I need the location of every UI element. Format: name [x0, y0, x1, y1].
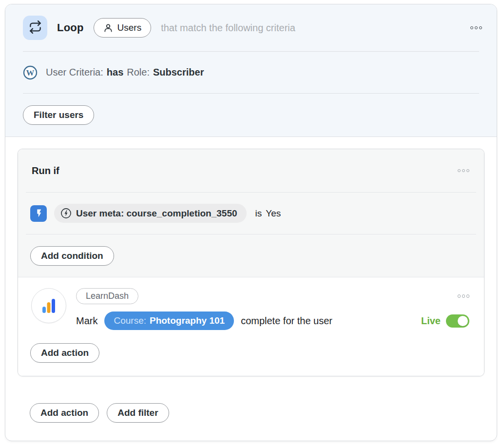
- condition-icon-box: [30, 205, 47, 222]
- flow-card: Run if: [18, 149, 484, 376]
- repeat-icon: [29, 20, 42, 36]
- course-token-value: Photography 101: [150, 315, 225, 326]
- learndash-bars-icon: [39, 296, 58, 315]
- condition-token-chip[interactable]: User meta: course_completion_3550: [54, 204, 247, 223]
- filter-users-button[interactable]: Filter users: [23, 105, 94, 125]
- integration-pill[interactable]: LearnDash: [76, 288, 138, 304]
- integration-avatar: [31, 288, 66, 323]
- add-condition-row: Add condition: [18, 234, 484, 277]
- condition-clause: isYes: [255, 208, 281, 219]
- loop-section: Loop Users that match the following crit…: [5, 4, 497, 137]
- live-label: Live: [421, 315, 441, 327]
- recipe-card: Loop Users that match the following crit…: [5, 4, 497, 441]
- add-filter-button[interactable]: Add filter: [107, 403, 169, 423]
- recipe-footer: Add action Add filter: [18, 376, 484, 423]
- course-token-pill[interactable]: Course: Photography 101: [104, 312, 234, 330]
- criteria-operator: has: [107, 67, 123, 78]
- action-content: LearnDash Mark Course: Photography 101 c…: [76, 288, 469, 330]
- action-menu-button[interactable]: [458, 294, 470, 298]
- toggle-knob: [458, 316, 468, 326]
- action-sentence: Mark Course: Photography 101 complete fo…: [76, 312, 332, 330]
- condition-token-label: User meta: course_completion_3550: [76, 208, 237, 219]
- loop-criteria-row[interactable]: W User Criteria:hasRole:Subscriber: [5, 52, 497, 93]
- condition-operator: is: [255, 208, 262, 218]
- loop-users-label: Users: [117, 22, 142, 33]
- action-top-row: LearnDash: [76, 288, 469, 304]
- run-if-title: Run if: [32, 165, 59, 176]
- condition-value: Yes: [266, 208, 281, 218]
- loop-criteria-sentence: User Criteria:hasRole:Subscriber: [46, 67, 204, 78]
- wordpress-icon: W: [23, 65, 38, 80]
- loop-icon-box: [23, 16, 47, 40]
- run-if-block: Run if: [18, 149, 484, 277]
- action-body: LearnDash Mark Course: Photography 101 c…: [18, 277, 484, 330]
- action-sentence-row: Mark Course: Photography 101 complete fo…: [76, 312, 469, 330]
- run-if-menu-button[interactable]: [458, 169, 470, 173]
- circled-bolt-icon: [60, 208, 72, 219]
- loop-menu-button[interactable]: [470, 26, 483, 30]
- criteria-field: Role:: [127, 67, 150, 78]
- action-block: LearnDash Mark Course: Photography 101 c…: [18, 277, 484, 376]
- lightning-bolt-icon: [34, 209, 43, 218]
- criteria-prefix: User Criteria:: [46, 67, 103, 78]
- sentence-prefix: Mark: [76, 315, 97, 327]
- live-toggle[interactable]: [446, 314, 469, 328]
- inner-add-action-button[interactable]: Add action: [30, 343, 99, 363]
- live-status: Live: [421, 314, 469, 328]
- svg-text:W: W: [26, 68, 35, 77]
- loop-header: Loop Users that match the following crit…: [5, 4, 497, 51]
- condition-row: User meta: course_completion_3550 isYes: [18, 193, 484, 234]
- loop-users-token[interactable]: Users: [94, 18, 152, 38]
- sentence-suffix: complete for the user: [241, 315, 332, 327]
- add-action-button[interactable]: Add action: [30, 403, 99, 423]
- add-condition-button[interactable]: Add condition: [30, 246, 114, 266]
- user-icon: [103, 23, 113, 33]
- action-footer: Add action: [18, 330, 484, 376]
- criteria-value: Subscriber: [153, 67, 204, 78]
- loop-filter-row: Filter users: [5, 94, 497, 136]
- loop-placeholder: that match the following criteria: [161, 22, 295, 34]
- run-if-header: Run if: [18, 149, 484, 192]
- actions-wrapper: Run if: [5, 137, 497, 423]
- course-token-label: Course:: [114, 315, 146, 326]
- loop-title: Loop: [57, 21, 84, 34]
